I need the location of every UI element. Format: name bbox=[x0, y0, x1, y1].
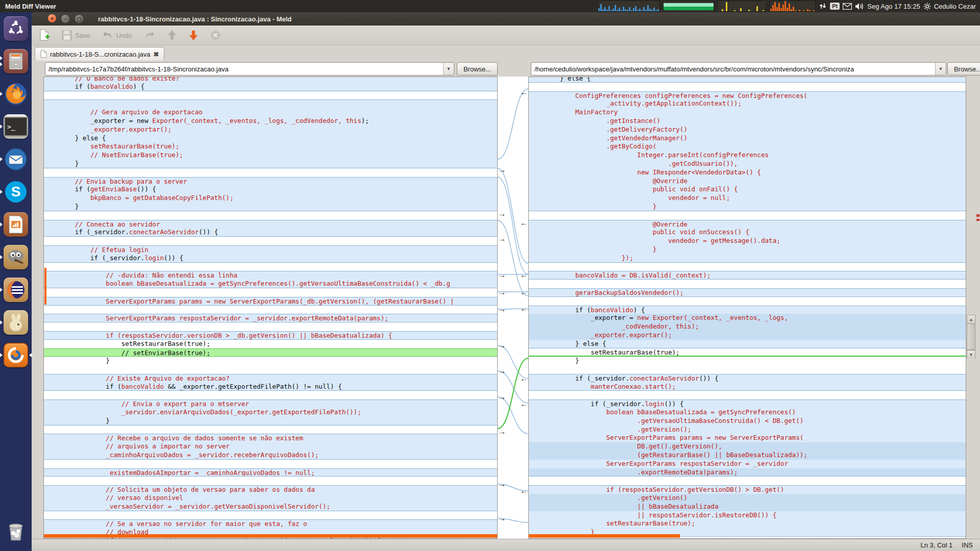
swirl-app-icon[interactable] bbox=[4, 343, 28, 367]
eclipse-icon[interactable] bbox=[4, 278, 28, 302]
tab-label: rabbitvcs-1-18-S...cronizacao.java bbox=[50, 51, 151, 58]
apply-right-arrow[interactable]: → bbox=[498, 306, 506, 313]
code-line: // O Banco de dados existe? bbox=[44, 77, 497, 83]
focused-indicator bbox=[29, 353, 32, 357]
launcher-item-eclipse[interactable] bbox=[0, 273, 32, 306]
scroll-up-icon[interactable]: ▲ bbox=[967, 315, 975, 324]
launcher-item-thunderbird[interactable] bbox=[0, 143, 32, 176]
apply-left-arrow[interactable]: ← bbox=[520, 400, 528, 408]
code-line: gerarBackupSaldosVendedor(); bbox=[529, 288, 966, 297]
code-line bbox=[44, 99, 497, 108]
window-minimize-button[interactable]: – bbox=[61, 14, 70, 23]
apply-left-arrow[interactable]: ← bbox=[520, 375, 528, 382]
swap-monitor-graph[interactable] bbox=[717, 1, 767, 12]
apply-left-arrow[interactable]: ← bbox=[520, 305, 528, 312]
trash-icon[interactable] bbox=[4, 519, 28, 544]
launcher-item-ubuntu-dash[interactable] bbox=[0, 12, 32, 45]
launcher-item-firefox[interactable] bbox=[0, 78, 32, 110]
apply-right-arrow[interactable]: → bbox=[498, 166, 506, 173]
code-line: } bbox=[44, 160, 497, 168]
tab-close-icon[interactable]: ✖ bbox=[154, 51, 159, 58]
redo-button[interactable] bbox=[140, 30, 159, 41]
code-line: if (bancoValido) { bbox=[529, 306, 966, 314]
apply-left-arrow[interactable]: ← bbox=[520, 487, 528, 494]
updown-arrows-icon[interactable] bbox=[819, 2, 827, 10]
left-code-pane[interactable]: // O Banco de dados existe? if (bancoVal… bbox=[43, 77, 498, 539]
code-line bbox=[529, 280, 966, 288]
launcher-item-swirl-app[interactable] bbox=[0, 339, 32, 371]
launcher-item-rabbitvcs[interactable] bbox=[0, 306, 32, 339]
code-line: _exporter.exportar(); bbox=[44, 126, 497, 134]
save-button[interactable]: Save bbox=[58, 29, 93, 41]
diff-tab[interactable]: rabbitvcs-1-18-S...cronizacao.java ✖ bbox=[35, 47, 164, 61]
session-gear-icon[interactable] bbox=[923, 3, 931, 10]
left-file-dropdown-icon[interactable]: ▼ bbox=[443, 63, 454, 75]
code-line: // Recebe o arquivo de dados somente se … bbox=[44, 434, 497, 442]
stop-button[interactable] bbox=[207, 29, 224, 41]
network-monitor-graph[interactable] bbox=[770, 1, 816, 12]
right-file-dropdown-icon[interactable]: ▼ bbox=[935, 63, 946, 75]
apply-right-arrow[interactable]: → bbox=[498, 367, 506, 374]
terminal-icon[interactable]: >_ bbox=[4, 114, 28, 139]
apply-right-arrow[interactable]: → bbox=[498, 428, 506, 435]
apply-right-arrow[interactable]: → bbox=[498, 342, 506, 349]
apply-right-arrow[interactable]: → bbox=[498, 210, 506, 217]
undo-button[interactable]: Undo bbox=[99, 30, 135, 41]
next-change-button[interactable] bbox=[185, 29, 202, 42]
mail-indicator-icon[interactable] bbox=[843, 3, 852, 10]
window-maximize-button[interactable]: ▢ bbox=[75, 14, 84, 23]
apply-left-arrow[interactable]: ← bbox=[520, 289, 528, 296]
cpu-monitor-graph[interactable] bbox=[598, 1, 660, 12]
window-close-button[interactable]: × bbox=[48, 14, 56, 22]
apply-right-arrow[interactable]: → bbox=[498, 515, 506, 522]
code-line bbox=[44, 365, 497, 374]
file-cabinet-icon[interactable] bbox=[4, 49, 28, 73]
right-code-pane[interactable]: } else { ConfigPreferences configPrefere… bbox=[528, 77, 966, 539]
keyboard-layout-indicator[interactable]: Pt bbox=[830, 3, 840, 10]
apply-right-arrow[interactable]: → bbox=[498, 289, 506, 296]
right-scrollbar[interactable]: ▲ ▼ bbox=[967, 315, 975, 359]
clock[interactable]: Seg Ago 17 15:25 bbox=[867, 3, 920, 10]
apply-right-arrow[interactable]: → bbox=[498, 481, 506, 488]
window-titlebar[interactable]: × – ▢ rabbitvcs-1-18-Sincronizacao.java … bbox=[32, 12, 980, 26]
left-browse-button[interactable]: Browse... bbox=[457, 62, 498, 76]
right-browse-button[interactable]: Browse... bbox=[947, 62, 980, 76]
scrollbar-thumb[interactable] bbox=[967, 324, 975, 350]
launcher-item-skype[interactable]: S bbox=[0, 176, 32, 208]
launcher-item-file-cabinet[interactable] bbox=[0, 45, 32, 78]
libreoffice-impress-icon[interactable] bbox=[4, 212, 28, 237]
code-line bbox=[44, 511, 497, 520]
rabbitvcs-icon[interactable] bbox=[4, 310, 28, 335]
firefox-icon[interactable] bbox=[4, 82, 28, 106]
skype-icon[interactable]: S bbox=[4, 180, 28, 204]
new-comparison-button[interactable] bbox=[36, 29, 53, 42]
previous-change-button[interactable] bbox=[164, 29, 180, 42]
right-file-combo[interactable]: /home/cedulio/workspace/java/mtvendors/m… bbox=[531, 62, 946, 76]
memory-monitor-graph[interactable] bbox=[663, 1, 714, 12]
apply-left-arrow[interactable]: ← bbox=[520, 271, 528, 279]
link-gutter: →→→→→→→→→→→→←←←←←←←← bbox=[498, 77, 528, 539]
apply-left-arrow[interactable]: ← bbox=[520, 219, 528, 227]
code-line: public void onFail() { bbox=[529, 185, 966, 194]
ubuntu-dash-icon[interactable] bbox=[4, 16, 28, 41]
launcher-item-trash[interactable] bbox=[0, 515, 32, 548]
apply-right-arrow[interactable]: → bbox=[498, 393, 506, 400]
code-line bbox=[44, 306, 497, 314]
code-line: if (_servidor.conectarAoServidor()) { bbox=[529, 374, 966, 383]
running-indicator bbox=[0, 353, 3, 357]
code-line: (getRestaurarBase() || bBaseDesatualizad… bbox=[529, 451, 966, 460]
code-line bbox=[529, 477, 966, 485]
volume-indicator-icon[interactable] bbox=[855, 3, 864, 10]
apply-left-arrow[interactable]: ← bbox=[520, 89, 528, 96]
launcher-item-gimp[interactable] bbox=[0, 241, 32, 273]
launcher-item-terminal[interactable]: >_ bbox=[0, 110, 32, 143]
user-menu[interactable]: Cedulio Cezar bbox=[934, 3, 976, 10]
apply-right-arrow[interactable]: → bbox=[498, 235, 506, 242]
apply-right-arrow[interactable]: → bbox=[498, 271, 506, 279]
gimp-icon[interactable] bbox=[4, 245, 28, 269]
launcher-item-libreoffice-impress[interactable] bbox=[0, 208, 32, 241]
code-line bbox=[44, 460, 497, 468]
thunderbird-icon[interactable] bbox=[4, 147, 28, 171]
scroll-down-icon[interactable]: ▼ bbox=[967, 350, 975, 359]
left-file-combo[interactable]: /tmp/rabbitvcs-1c7a7b264f/rabbitvcs-1-18… bbox=[45, 62, 454, 76]
